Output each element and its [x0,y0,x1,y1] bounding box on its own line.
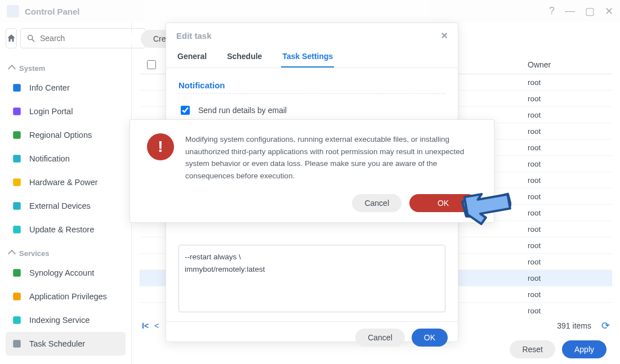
titlebar: Control Panel ? — ▢ ✕ [0,0,620,23]
sidebar-item-info-center[interactable]: Info Center [6,76,126,100]
svg-rect-7 [13,202,21,210]
sidebar-item-label: Login Portal [29,107,73,116]
warning-text: Modifying system configurations, running… [185,133,477,182]
minimize-icon[interactable]: — [565,5,575,17]
apply-button[interactable]: Apply [562,340,606,358]
script-line: --restart always \ [185,251,439,263]
home-button[interactable] [6,28,17,48]
send-email-checkbox[interactable] [181,106,190,115]
edit-ok-label: OK [424,333,435,342]
maximize-icon[interactable]: ▢ [585,5,595,17]
pager: I< < [142,321,159,330]
section-notification: Notification [179,77,445,94]
warning-modal: ! Modifying system configurations, runni… [130,119,494,223]
refresh-icon[interactable]: ⟳ [601,320,610,332]
sidebar-item-label: Indexing Service [29,316,90,325]
close-icon[interactable]: ✕ [605,5,613,17]
chevron-up-icon [8,64,16,72]
owner-cell: root [528,307,612,315]
privileges-icon [11,291,23,302]
owner-cell: root [528,290,612,299]
item-count: 391 items [557,321,591,330]
section-label: System [19,64,45,73]
svg-rect-5 [13,155,21,163]
svg-rect-11 [13,316,21,324]
search-box[interactable] [20,28,146,48]
sidebar-item-label: Task Scheduler [29,339,85,348]
script-line: immybot/remotely:latest [185,263,439,276]
owner-cell: root [528,143,612,152]
reset-button[interactable]: Reset [510,340,555,358]
owner-cell: root [528,95,612,103]
sidebar-item-notification[interactable]: Notification [6,147,126,170]
edit-task-title: Edit task [176,31,212,41]
sidebar-item-label: Application Privileges [29,292,107,301]
apply-label: Apply [574,345,594,354]
regional-icon [11,129,23,141]
warn-ok-button[interactable]: OK [409,194,477,212]
sidebar-item-label: External Devices [29,201,91,210]
owner-cell: root [528,241,612,250]
tab-schedule[interactable]: Schedule [226,52,263,68]
info-icon [11,82,23,93]
sidebar-item-label: Update & Restore [29,225,94,234]
home-icon [6,33,16,43]
search-input[interactable] [39,33,140,43]
svg-rect-10 [13,293,21,300]
sidebar-item-label: Synology Account [29,268,94,277]
svg-rect-8 [13,226,21,233]
notification-icon [11,153,23,164]
edit-cancel-button[interactable]: Cancel [355,329,405,347]
help-icon[interactable]: ? [549,5,555,17]
sidebar-item-label: Info Center [29,83,70,92]
sidebar-item-hardware-power[interactable]: Hardware & Power [6,170,126,194]
svg-line-1 [32,39,34,42]
sidebar-item-update-restore[interactable]: Update & Restore [6,218,126,241]
svg-rect-4 [13,131,21,139]
edit-tabs: General Schedule Task Settings [166,48,458,68]
sidebar-item-synology-account[interactable]: Synology Account [6,261,126,285]
owner-cell: root [528,111,612,119]
svg-rect-12 [13,340,21,348]
warn-cancel-button[interactable]: Cancel [352,194,402,212]
user-script-textarea[interactable]: --restart always \ immybot/remotely:late… [179,245,445,312]
warning-icon: ! [147,133,174,160]
svg-rect-3 [13,107,21,115]
sidebar-item-login-portal[interactable]: Login Portal [6,100,126,123]
indexing-icon [11,314,23,326]
portal-icon [11,106,23,117]
owner-cell: root [528,176,612,185]
col-owner[interactable]: Owner [528,60,612,69]
sidebar-item-label: Hardware & Power [29,178,98,187]
tab-task-settings[interactable]: Task Settings [281,52,334,68]
send-email-label: Send run details by email [198,106,287,115]
chevron-up-icon [8,249,16,257]
sidebar-item-indexing-service[interactable]: Indexing Service [6,308,126,332]
sidebar-item-label: Notification [29,154,70,163]
svg-rect-9 [13,269,21,277]
owner-cell: root [528,127,612,136]
pager-first-icon[interactable]: I< [142,321,149,330]
sidebar-item-task-scheduler[interactable]: Task Scheduler [6,332,126,356]
update-icon [11,224,23,235]
edit-close-icon[interactable]: × [441,30,448,41]
bulb-icon [11,177,23,188]
external-icon [11,200,23,212]
sidebar-item-regional-options[interactable]: Regional Options [6,123,126,147]
edit-ok-button[interactable]: OK [412,329,448,347]
sidebar-item-application-privileges[interactable]: Application Privileges [6,285,126,308]
select-all-checkbox[interactable] [147,60,156,69]
pager-prev-icon[interactable]: < [154,321,159,330]
svg-rect-2 [13,84,21,92]
sidebar-item-label: Regional Options [29,131,92,140]
owner-cell: root [528,78,612,87]
owner-cell: root [528,258,612,266]
owner-cell: root [528,209,612,217]
svg-rect-6 [13,178,21,186]
scheduler-icon [11,338,23,349]
owner-cell: root [528,160,612,168]
sidebar-item-external-devices[interactable]: External Devices [6,194,126,218]
tab-general[interactable]: General [176,52,208,68]
app-icon [7,5,19,17]
owner-cell: root [528,274,612,282]
